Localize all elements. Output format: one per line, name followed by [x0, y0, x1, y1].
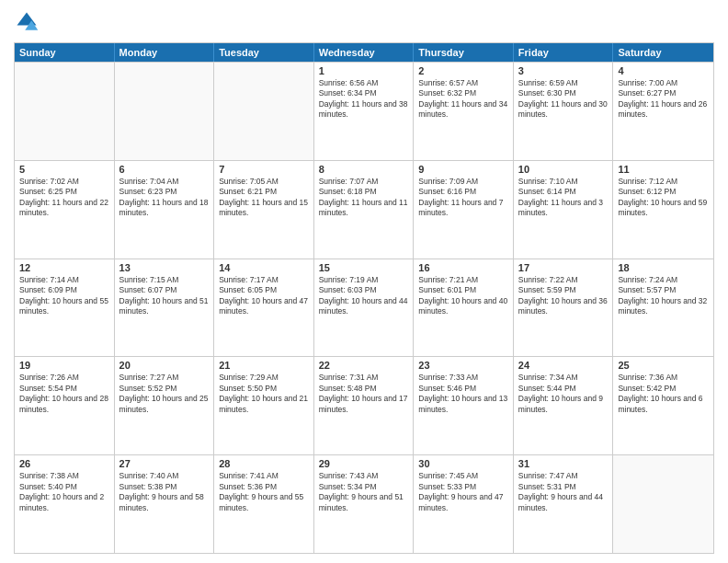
empty-cell: [15, 63, 115, 160]
day-24: 24Sunrise: 7:34 AMSunset: 5:44 PMDayligh…: [514, 357, 614, 454]
day-number: 6: [119, 164, 210, 175]
calendar: SundayMondayTuesdayWednesdayThursdayFrid…: [14, 42, 714, 554]
page: SundayMondayTuesdayWednesdayThursdayFrid…: [0, 0, 728, 563]
day-info: Sunrise: 7:22 AMSunset: 5:59 PMDaylight:…: [518, 275, 608, 316]
day-31: 31Sunrise: 7:47 AMSunset: 5:31 PMDayligh…: [514, 455, 614, 553]
day-info: Sunrise: 7:00 AMSunset: 6:27 PMDaylight:…: [618, 78, 707, 119]
day-number: 25: [618, 360, 709, 371]
day-info: Sunrise: 7:45 AMSunset: 5:33 PMDaylight:…: [418, 471, 503, 511]
day-16: 16Sunrise: 7:21 AMSunset: 6:01 PMDayligh…: [414, 259, 514, 357]
day-number: 20: [119, 360, 210, 371]
day-info: Sunrise: 7:31 AMSunset: 5:48 PMDaylight:…: [319, 373, 408, 413]
day-27: 27Sunrise: 7:40 AMSunset: 5:38 PMDayligh…: [115, 455, 215, 553]
day-number: 26: [19, 458, 109, 469]
day-info: Sunrise: 7:41 AMSunset: 5:36 PMDaylight:…: [219, 471, 303, 511]
day-info: Sunrise: 7:43 AMSunset: 5:34 PMDaylight:…: [319, 471, 404, 511]
day-3: 3Sunrise: 6:59 AMSunset: 6:30 PMDaylight…: [514, 63, 614, 160]
day-info: Sunrise: 6:59 AMSunset: 6:30 PMDaylight:…: [518, 78, 608, 119]
day-info: Sunrise: 7:26 AMSunset: 5:54 PMDaylight:…: [19, 373, 108, 413]
day-13: 13Sunrise: 7:15 AMSunset: 6:07 PMDayligh…: [115, 259, 215, 357]
day-2: 2Sunrise: 6:57 AMSunset: 6:32 PMDaylight…: [414, 63, 514, 160]
day-number: 30: [418, 458, 508, 469]
header-saturday: Saturday: [613, 43, 713, 62]
day-number: 13: [119, 262, 210, 273]
day-number: 9: [418, 164, 508, 175]
day-info: Sunrise: 7:34 AMSunset: 5:44 PMDaylight:…: [518, 373, 603, 413]
day-11: 11Sunrise: 7:12 AMSunset: 6:12 PMDayligh…: [613, 161, 713, 259]
day-28: 28Sunrise: 7:41 AMSunset: 5:36 PMDayligh…: [214, 455, 314, 553]
day-number: 11: [618, 164, 709, 175]
day-10: 10Sunrise: 7:10 AMSunset: 6:14 PMDayligh…: [514, 161, 614, 259]
day-number: 31: [518, 458, 609, 469]
day-info: Sunrise: 7:47 AMSunset: 5:31 PMDaylight:…: [518, 471, 603, 511]
day-number: 5: [19, 164, 109, 175]
day-21: 21Sunrise: 7:29 AMSunset: 5:50 PMDayligh…: [214, 357, 314, 454]
day-number: 7: [219, 164, 309, 175]
day-info: Sunrise: 7:27 AMSunset: 5:52 PMDaylight:…: [119, 373, 209, 413]
day-9: 9Sunrise: 7:09 AMSunset: 6:16 PMDaylight…: [414, 161, 514, 259]
calendar-row-4: 26Sunrise: 7:38 AMSunset: 5:40 PMDayligh…: [15, 454, 713, 553]
day-7: 7Sunrise: 7:05 AMSunset: 6:21 PMDaylight…: [214, 161, 314, 259]
day-4: 4Sunrise: 7:00 AMSunset: 6:27 PMDaylight…: [613, 63, 713, 160]
day-29: 29Sunrise: 7:43 AMSunset: 5:34 PMDayligh…: [314, 455, 415, 553]
day-1: 1Sunrise: 6:56 AMSunset: 6:34 PMDaylight…: [314, 63, 415, 160]
day-26: 26Sunrise: 7:38 AMSunset: 5:40 PMDayligh…: [15, 455, 115, 553]
day-number: 17: [518, 262, 609, 273]
header-wednesday: Wednesday: [314, 43, 415, 62]
day-17: 17Sunrise: 7:22 AMSunset: 5:59 PMDayligh…: [514, 259, 614, 357]
day-number: 4: [618, 65, 709, 76]
empty-cell: [115, 63, 215, 160]
header-sunday: Sunday: [15, 43, 115, 62]
day-number: 12: [19, 262, 109, 273]
day-12: 12Sunrise: 7:14 AMSunset: 6:09 PMDayligh…: [15, 259, 115, 357]
logo: [14, 9, 43, 35]
day-info: Sunrise: 7:15 AMSunset: 6:07 PMDaylight:…: [119, 275, 209, 316]
day-info: Sunrise: 7:09 AMSunset: 6:16 PMDaylight:…: [418, 177, 503, 217]
day-info: Sunrise: 7:36 AMSunset: 5:42 PMDaylight:…: [618, 373, 702, 413]
day-number: 22: [319, 360, 409, 371]
day-20: 20Sunrise: 7:27 AMSunset: 5:52 PMDayligh…: [115, 357, 215, 454]
day-18: 18Sunrise: 7:24 AMSunset: 5:57 PMDayligh…: [613, 259, 713, 357]
day-info: Sunrise: 7:07 AMSunset: 6:18 PMDaylight:…: [319, 177, 408, 217]
header-monday: Monday: [115, 43, 215, 62]
logo-icon: [14, 9, 40, 35]
day-8: 8Sunrise: 7:07 AMSunset: 6:18 PMDaylight…: [314, 161, 415, 259]
day-info: Sunrise: 7:29 AMSunset: 5:50 PMDaylight:…: [219, 373, 308, 413]
day-number: 10: [518, 164, 609, 175]
empty-cell: [613, 455, 713, 553]
day-6: 6Sunrise: 7:04 AMSunset: 6:23 PMDaylight…: [115, 161, 215, 259]
day-14: 14Sunrise: 7:17 AMSunset: 6:05 PMDayligh…: [214, 259, 314, 357]
day-number: 8: [319, 164, 409, 175]
day-23: 23Sunrise: 7:33 AMSunset: 5:46 PMDayligh…: [414, 357, 514, 454]
day-number: 16: [418, 262, 508, 273]
day-info: Sunrise: 7:02 AMSunset: 6:25 PMDaylight:…: [19, 177, 108, 217]
calendar-row-3: 19Sunrise: 7:26 AMSunset: 5:54 PMDayligh…: [15, 356, 713, 454]
header-friday: Friday: [514, 43, 614, 62]
day-number: 14: [219, 262, 309, 273]
day-number: 19: [19, 360, 109, 371]
day-number: 3: [518, 65, 609, 76]
day-info: Sunrise: 7:38 AMSunset: 5:40 PMDaylight:…: [19, 471, 104, 511]
day-number: 28: [219, 458, 309, 469]
day-22: 22Sunrise: 7:31 AMSunset: 5:48 PMDayligh…: [314, 357, 415, 454]
day-info: Sunrise: 7:40 AMSunset: 5:38 PMDaylight:…: [119, 471, 204, 511]
calendar-row-1: 5Sunrise: 7:02 AMSunset: 6:25 PMDaylight…: [15, 160, 713, 259]
calendar-row-2: 12Sunrise: 7:14 AMSunset: 6:09 PMDayligh…: [15, 259, 713, 357]
day-number: 27: [119, 458, 210, 469]
day-number: 24: [518, 360, 609, 371]
day-number: 2: [418, 65, 508, 76]
day-30: 30Sunrise: 7:45 AMSunset: 5:33 PMDayligh…: [414, 455, 514, 553]
day-5: 5Sunrise: 7:02 AMSunset: 6:25 PMDaylight…: [15, 161, 115, 259]
day-info: Sunrise: 7:21 AMSunset: 6:01 PMDaylight:…: [418, 275, 507, 316]
header: [14, 9, 714, 35]
day-number: 15: [319, 262, 409, 273]
day-number: 23: [418, 360, 508, 371]
calendar-header: SundayMondayTuesdayWednesdayThursdayFrid…: [15, 43, 713, 62]
day-info: Sunrise: 7:24 AMSunset: 5:57 PMDaylight:…: [618, 275, 707, 316]
day-number: 21: [219, 360, 309, 371]
header-thursday: Thursday: [414, 43, 514, 62]
calendar-body: 1Sunrise: 6:56 AMSunset: 6:34 PMDaylight…: [15, 62, 713, 553]
day-19: 19Sunrise: 7:26 AMSunset: 5:54 PMDayligh…: [15, 357, 115, 454]
day-info: Sunrise: 7:05 AMSunset: 6:21 PMDaylight:…: [219, 177, 308, 217]
day-info: Sunrise: 7:33 AMSunset: 5:46 PMDaylight:…: [418, 373, 507, 413]
